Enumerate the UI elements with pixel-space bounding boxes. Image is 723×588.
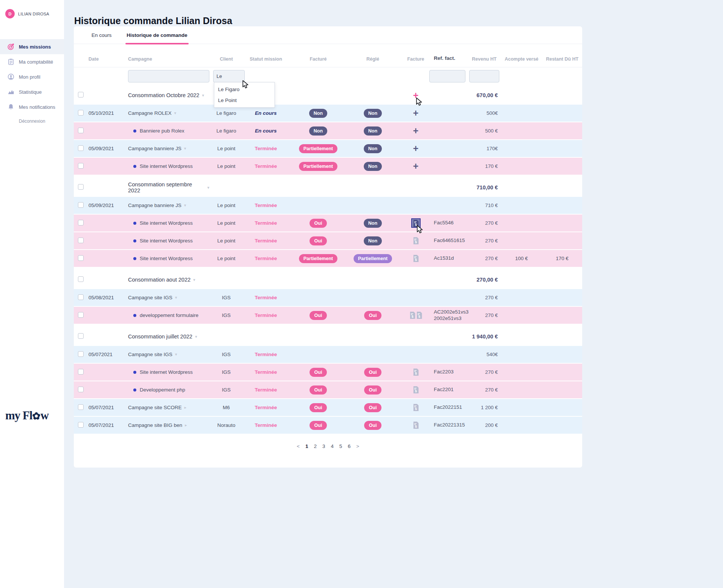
caret-down-icon[interactable]: ▾ bbox=[207, 185, 209, 190]
invoice-dollar-icon[interactable]: $ bbox=[413, 255, 419, 262]
statut-value: Terminée bbox=[255, 203, 277, 208]
pagination-page-3[interactable]: 3 bbox=[322, 443, 325, 449]
client-cell: IGS bbox=[209, 312, 243, 318]
facture-icon-cell: + bbox=[398, 161, 434, 171]
invoice-dollar-icon[interactable]: $ bbox=[413, 404, 419, 411]
invoice-dollar-icon[interactable]: $ bbox=[413, 237, 419, 244]
caret-right-icon[interactable]: ▸ bbox=[185, 405, 187, 410]
row-checkbox[interactable] bbox=[78, 294, 84, 300]
invoice-dollar-icon[interactable]: $ bbox=[413, 422, 419, 429]
sidebar-item-statistique[interactable]: Statistique bbox=[0, 84, 64, 99]
row-checkbox[interactable] bbox=[78, 202, 84, 208]
invoice-dollar-icons[interactable]: $$ bbox=[410, 312, 422, 319]
row-checkbox[interactable] bbox=[78, 404, 84, 410]
row-checkbox[interactable] bbox=[78, 184, 84, 190]
caret-down-icon[interactable]: ▾ bbox=[193, 277, 195, 282]
column-header-client: Client bbox=[209, 56, 243, 62]
revenu-cell: 1 940,00 € bbox=[468, 334, 501, 340]
add-invoice-icon[interactable]: + bbox=[413, 91, 419, 100]
statut-value: Terminée bbox=[255, 405, 277, 410]
svg-text:$: $ bbox=[415, 372, 417, 375]
pagination-page-5[interactable]: 5 bbox=[339, 443, 342, 449]
caret-right-icon[interactable]: ▸ bbox=[185, 423, 187, 428]
add-invoice-icon[interactable]: + bbox=[413, 161, 419, 171]
pagination-next[interactable]: > bbox=[356, 443, 359, 449]
facture-badge-cell: Oui bbox=[288, 403, 348, 412]
invoice-dollar-icon-selected[interactable]: $ bbox=[411, 218, 421, 228]
campagne-filter-input[interactable] bbox=[128, 70, 209, 82]
ref-fact-cell: Fac2022151 bbox=[434, 404, 468, 411]
sidebar-item-mes-notifications[interactable]: Mes notifications bbox=[0, 99, 64, 114]
row-checkbox[interactable] bbox=[78, 422, 84, 428]
row-checkbox[interactable] bbox=[78, 333, 84, 339]
add-invoice-icon[interactable]: + bbox=[413, 144, 419, 153]
row-checkbox[interactable] bbox=[78, 220, 84, 225]
sidebar-item-mon-profil[interactable]: Mon profil bbox=[0, 69, 64, 84]
add-invoice-icon[interactable]: + bbox=[413, 126, 419, 136]
regle-badge: Oui bbox=[364, 368, 381, 377]
orders-card: En cours Historique de commande Date Cam… bbox=[74, 26, 582, 468]
invoice-dollar-icon[interactable]: $ bbox=[413, 369, 419, 376]
revenu-value: 200 € bbox=[485, 422, 498, 428]
table-row: 05/09/2021Campagne banniere JS▾Le pointT… bbox=[74, 197, 582, 214]
regle-badge: Partiellement bbox=[354, 254, 392, 263]
ref-fact-filter-input[interactable] bbox=[429, 70, 465, 82]
revenu-cell: 540€ bbox=[468, 352, 501, 357]
statut-cell: En cours bbox=[243, 110, 288, 116]
profile-icon bbox=[8, 73, 14, 80]
pagination-prev[interactable]: < bbox=[297, 443, 300, 449]
ref-fact-cell: Ac1531d bbox=[434, 255, 468, 262]
campagne-cell: Site internet Wordpress bbox=[127, 369, 209, 375]
logo-text: w bbox=[40, 409, 48, 422]
caret-down-icon[interactable]: ▾ bbox=[184, 203, 186, 208]
pagination-page-6[interactable]: 6 bbox=[348, 443, 351, 449]
facture-badge-cell: Partiellement bbox=[288, 254, 348, 263]
tab-en-cours[interactable]: En cours bbox=[92, 26, 111, 44]
revenu-value: 270 € bbox=[485, 295, 498, 300]
caret-down-icon[interactable]: ▾ bbox=[175, 295, 177, 300]
group-name: Consommation juillet 2022 bbox=[128, 334, 192, 340]
facture-icon-cell: $ bbox=[398, 369, 434, 376]
add-invoice-icon[interactable]: + bbox=[413, 108, 419, 118]
row-checkbox[interactable] bbox=[78, 276, 84, 282]
facture-badge: Non bbox=[309, 126, 327, 136]
caret-down-icon[interactable]: ▾ bbox=[195, 334, 197, 339]
row-checkbox[interactable] bbox=[78, 369, 84, 375]
table-row: Site internet WordpressLe pointTerminéeO… bbox=[74, 215, 582, 232]
row-checkbox[interactable] bbox=[78, 238, 84, 243]
table-rows: Consommation Octobre 2022▾+670,00 €05/10… bbox=[74, 85, 582, 434]
dropdown-option-le-point[interactable]: Le Point bbox=[214, 95, 275, 106]
caret-down-icon[interactable]: ▾ bbox=[202, 93, 204, 98]
sidebar-item-mes-missions[interactable]: Mes missions bbox=[0, 39, 64, 54]
invoice-dollar-icon[interactable]: $ bbox=[413, 386, 419, 393]
caret-down-icon[interactable]: ▾ bbox=[175, 352, 177, 357]
caret-down-icon[interactable]: ▾ bbox=[184, 146, 186, 151]
facture-badge: Oui bbox=[310, 421, 327, 430]
caret-down-icon[interactable]: ▾ bbox=[174, 111, 177, 116]
pagination-page-2[interactable]: 2 bbox=[314, 443, 317, 449]
row-checkbox[interactable] bbox=[78, 255, 84, 261]
row-checkbox[interactable] bbox=[78, 92, 84, 97]
svg-text:$: $ bbox=[415, 389, 417, 393]
row-checkbox[interactable] bbox=[78, 128, 84, 133]
tab-historique-de-commande[interactable]: Historique de commande bbox=[127, 26, 187, 44]
statut-value: Terminée bbox=[255, 163, 277, 169]
row-checkbox[interactable] bbox=[78, 387, 84, 392]
dropdown-option-le-figaro[interactable]: Le Figaro bbox=[214, 84, 275, 95]
sidebar-item-deconnexion[interactable]: Déconnexion bbox=[0, 114, 64, 128]
table-row: 05/08/2021Campagne site IGS▾IGSTerminée2… bbox=[74, 289, 582, 306]
client-filter-input[interactable] bbox=[213, 70, 245, 82]
row-checkbox[interactable] bbox=[78, 110, 84, 116]
row-checkbox[interactable] bbox=[78, 163, 84, 169]
revenu-cell: 270,00 € bbox=[468, 277, 501, 283]
sidebar-item-ma-comptabilite[interactable]: Ma comptabilité bbox=[0, 54, 64, 69]
row-checkbox[interactable] bbox=[78, 312, 84, 318]
campagne-cell: Site internet Wordpress bbox=[127, 238, 209, 244]
revenu-filter-input[interactable] bbox=[469, 70, 499, 82]
row-checkbox[interactable] bbox=[78, 145, 84, 151]
checkbox-cell bbox=[74, 276, 85, 283]
campagne-cell: Campagne banniere JS▾ bbox=[127, 203, 209, 208]
row-checkbox[interactable] bbox=[78, 351, 84, 357]
pagination-page-1[interactable]: 1 bbox=[305, 443, 308, 449]
pagination-page-4[interactable]: 4 bbox=[331, 443, 334, 449]
